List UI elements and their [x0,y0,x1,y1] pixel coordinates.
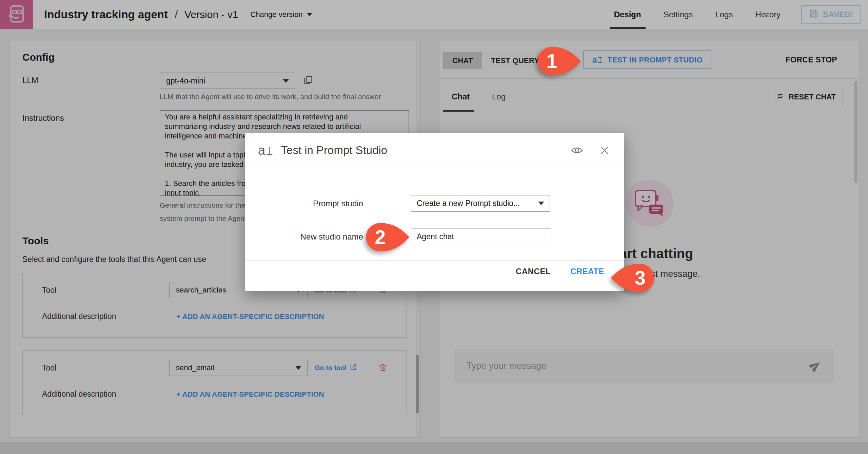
svg-text:3: 3 [635,267,646,289]
create-button[interactable]: CREATE [570,267,604,276]
new-studio-name-label: New studio name [245,232,363,242]
annotation-arrow-1: 1 [536,45,582,77]
divider [245,260,624,261]
close-icon[interactable] [599,145,610,155]
modal-header: a⌶ Test in Prompt Studio [245,133,624,168]
svg-text:2: 2 [375,226,386,248]
new-studio-name-input[interactable]: Agent chat [411,228,551,245]
modal-title: Test in Prompt Studio [281,144,388,157]
annotation-arrow-2: 2 [363,221,411,253]
prompt-studio-label: Prompt studio [245,199,363,208]
prompt-studio-row: Prompt studio Create a new Prompt studio… [245,195,624,212]
modal-actions: CANCEL CREATE [516,267,604,276]
new-studio-name-row: New studio name Agent chat [245,228,624,245]
svg-text:1: 1 [546,50,557,72]
cancel-button[interactable]: CANCEL [516,267,551,276]
chevron-down-icon [538,202,544,205]
prompt-studio-select[interactable]: Create a new Prompt studio... [411,195,550,212]
eye-preview-icon[interactable] [571,146,583,155]
app-window: Industry tracking agent / Version - v1 C… [0,0,868,454]
test-in-prompt-studio-modal: a⌶ Test in Prompt Studio Prompt studio C… [245,133,624,291]
prompt-studio-icon: a⌶ [258,143,274,158]
annotation-arrow-3: 3 [609,262,657,294]
